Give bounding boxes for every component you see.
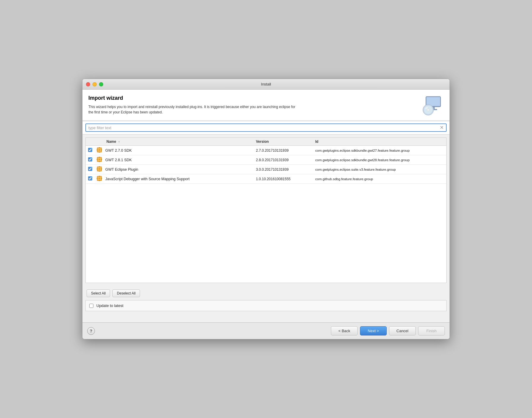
svg-rect-33 bbox=[99, 180, 100, 181]
svg-rect-14 bbox=[101, 149, 102, 151]
nav-buttons: < Back Next > Cancel Finish bbox=[331, 326, 445, 335]
row-version-cell-0: 2.7.0.201710131939 bbox=[254, 146, 313, 155]
svg-rect-12 bbox=[99, 152, 100, 153]
bottom-spacer bbox=[82, 314, 450, 322]
plugin-list-area: Name ↑ Version Id bbox=[85, 137, 447, 283]
select-all-button[interactable]: Select All bbox=[87, 289, 110, 297]
plugin-table: Name ↑ Version Id bbox=[86, 138, 446, 184]
filter-clear-icon[interactable]: ✕ bbox=[440, 125, 444, 130]
col-id-header[interactable]: Id bbox=[313, 138, 446, 146]
col-name-header[interactable]: Name ↑ bbox=[104, 138, 254, 146]
minimize-button[interactable] bbox=[93, 82, 97, 86]
header-text-block: Import wizard This wizard helps you to i… bbox=[88, 95, 296, 115]
row-id-cell-2: com.gwtplugins.eclipse.suite.v3.feature.… bbox=[313, 165, 446, 174]
svg-rect-20 bbox=[97, 159, 98, 160]
row-id-cell-1: com.gwtplugins.eclipse.sdkbundle.gwt28.f… bbox=[313, 155, 446, 165]
row-icon-cell-0 bbox=[95, 146, 104, 155]
row-checkbox-2[interactable] bbox=[88, 167, 92, 171]
svg-point-17 bbox=[98, 159, 100, 160]
svg-rect-27 bbox=[97, 168, 98, 170]
row-check-cell-3[interactable] bbox=[86, 174, 95, 184]
svg-rect-34 bbox=[97, 178, 98, 179]
col-icon-header bbox=[95, 138, 104, 146]
finish-button[interactable]: Finish bbox=[418, 326, 445, 335]
svg-rect-21 bbox=[101, 159, 102, 160]
update-section: Update to latest bbox=[85, 300, 447, 311]
actions-row: Select All Deselect All bbox=[82, 286, 450, 300]
row-check-cell-1[interactable] bbox=[86, 155, 95, 165]
update-latest-label[interactable]: Update to latest bbox=[96, 303, 123, 308]
svg-rect-26 bbox=[99, 171, 100, 172]
row-icon-cell-3 bbox=[95, 174, 104, 184]
row-icon-cell-2 bbox=[95, 165, 104, 174]
plugin-icon-3 bbox=[96, 175, 102, 181]
col-version-header[interactable]: Version bbox=[254, 138, 313, 146]
install-window: Install Import wizard This wizard helps … bbox=[82, 79, 450, 339]
row-check-cell-2[interactable] bbox=[86, 165, 95, 174]
header-icon bbox=[420, 95, 444, 116]
filter-input[interactable] bbox=[88, 126, 440, 130]
plugin-icon-2 bbox=[96, 166, 102, 172]
table-row: GWT Eclipse Plugin 3.0.0.201710131939 co… bbox=[86, 165, 446, 174]
deselect-all-button[interactable]: Deselect All bbox=[112, 289, 140, 297]
back-button[interactable]: < Back bbox=[331, 326, 358, 335]
svg-point-24 bbox=[98, 168, 100, 170]
filter-input-wrap[interactable]: ✕ bbox=[85, 124, 447, 132]
svg-point-10 bbox=[98, 149, 100, 151]
svg-rect-19 bbox=[99, 161, 100, 162]
help-button[interactable]: ? bbox=[87, 327, 95, 335]
row-id-cell-3: com.github.sdbg.feature.feature.group bbox=[313, 174, 446, 184]
window-controls bbox=[86, 82, 103, 86]
cancel-button[interactable]: Cancel bbox=[389, 326, 416, 335]
row-check-cell-0[interactable] bbox=[86, 146, 95, 155]
row-version-cell-3: 1.0.10.201610081555 bbox=[254, 174, 313, 184]
table-header-row: Name ↑ Version Id bbox=[86, 138, 446, 146]
svg-rect-11 bbox=[99, 147, 100, 148]
svg-rect-28 bbox=[101, 168, 102, 170]
name-sort-arrow: ↑ bbox=[118, 140, 120, 143]
maximize-button[interactable] bbox=[99, 82, 103, 86]
svg-rect-13 bbox=[97, 149, 98, 151]
row-name-cell-1: GWT 2.8.1 SDK bbox=[104, 155, 254, 165]
svg-rect-32 bbox=[99, 176, 100, 177]
plugin-icon-1 bbox=[96, 156, 102, 162]
computer-cd-icon bbox=[420, 95, 444, 116]
plugin-icon-0 bbox=[96, 147, 102, 153]
svg-rect-35 bbox=[101, 178, 102, 179]
row-version-cell-2: 3.0.0.201710131939 bbox=[254, 165, 313, 174]
svg-point-6 bbox=[427, 109, 429, 111]
titlebar: Install bbox=[82, 79, 450, 90]
row-id-cell-0: com.gwtplugins.eclipse.sdkbundle.gwt27.f… bbox=[313, 146, 446, 155]
bottom-nav-bar: ? < Back Next > Cancel Finish bbox=[82, 322, 450, 339]
row-checkbox-0[interactable] bbox=[88, 148, 92, 152]
name-col-label: Name bbox=[106, 140, 116, 144]
plugin-table-body: GWT 2.7.0 SDK 2.7.0.201710131939 com.gwt… bbox=[86, 146, 446, 184]
wizard-description: This wizard helps you to import and rein… bbox=[88, 104, 296, 115]
col-check-header bbox=[86, 138, 95, 146]
svg-point-31 bbox=[98, 178, 100, 179]
row-name-cell-3: JavaScript Debugger with Source Mapping … bbox=[104, 174, 254, 184]
svg-rect-18 bbox=[99, 157, 100, 158]
wizard-header: Import wizard This wizard helps you to i… bbox=[82, 90, 450, 121]
row-icon-cell-1 bbox=[95, 155, 104, 165]
update-latest-checkbox[interactable] bbox=[89, 304, 93, 308]
row-name-cell-2: GWT Eclipse Plugin bbox=[104, 165, 254, 174]
filter-bar: ✕ bbox=[82, 121, 450, 134]
row-name-cell-0: GWT 2.7.0 SDK bbox=[104, 146, 254, 155]
next-button[interactable]: Next > bbox=[360, 326, 387, 335]
close-button[interactable] bbox=[86, 82, 90, 86]
table-row: JavaScript Debugger with Source Mapping … bbox=[86, 174, 446, 184]
wizard-title: Import wizard bbox=[88, 95, 296, 101]
table-row: GWT 2.8.1 SDK 2.8.0.201710131939 com.gwt… bbox=[86, 155, 446, 165]
row-checkbox-1[interactable] bbox=[88, 157, 92, 162]
window-title: Install bbox=[261, 82, 271, 86]
table-row: GWT 2.7.0 SDK 2.7.0.201710131939 com.gwt… bbox=[86, 146, 446, 155]
row-version-cell-1: 2.8.0.201710131939 bbox=[254, 155, 313, 165]
row-checkbox-3[interactable] bbox=[88, 176, 92, 180]
svg-rect-25 bbox=[99, 166, 100, 167]
